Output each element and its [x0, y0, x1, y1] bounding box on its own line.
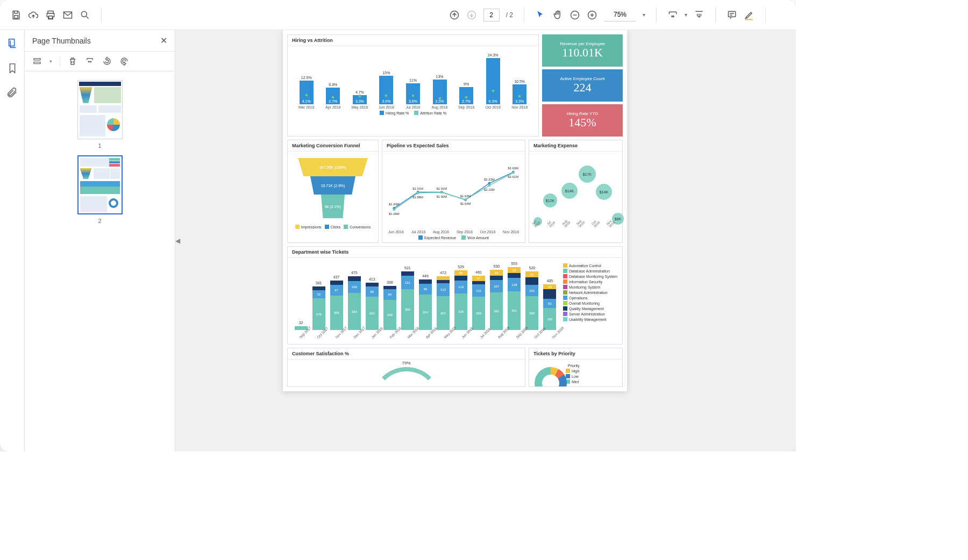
- svg-point-25: [393, 209, 395, 211]
- svg-rect-2: [49, 16, 53, 18]
- bookmarks-tab-icon[interactable]: [6, 62, 18, 74]
- legend-label: Clicks: [331, 225, 341, 229]
- hiring-card: Hiring vs Attrition 12.5% 4.1% 8.8% 2.7%…: [287, 34, 539, 137]
- svg-text:$2.63M: $2.63M: [508, 167, 518, 170]
- donut-chart: [535, 367, 567, 386]
- marketing-title: Marketing Expense: [529, 140, 622, 152]
- fit-width-icon[interactable]: [667, 10, 678, 20]
- legend-label: Conversions: [350, 225, 371, 229]
- rotate-ccw-icon[interactable]: [102, 56, 112, 66]
- app-window: / 2 ▾ ▾: [0, 0, 796, 451]
- comment-icon[interactable]: [727, 10, 737, 20]
- collapse-panel-icon[interactable]: ◀: [175, 237, 180, 245]
- organize-icon[interactable]: [85, 56, 95, 66]
- zoom-caret-icon[interactable]: ▾: [643, 12, 645, 18]
- kpi-revenue: Revenue per Employee 110.01K: [542, 34, 623, 67]
- close-icon[interactable]: ✕: [160, 35, 167, 46]
- thumbnails-tab-icon[interactable]: [6, 38, 18, 49]
- svg-rect-9: [728, 11, 735, 17]
- svg-point-31: [464, 198, 467, 201]
- thumbnail-page-1[interactable]: 1: [77, 80, 123, 149]
- svg-rect-11: [34, 59, 40, 60]
- sat-card: Customer Satisfaction % 79%: [287, 348, 525, 387]
- pan-tool-icon[interactable]: [552, 10, 563, 20]
- sat-value: 79%: [402, 361, 410, 365]
- funnel-card: Marketing Conversion Funnel 367.20K (100…: [287, 140, 379, 243]
- pipeline-card: Pipeline vs Expected Sales $1.33M$1.91M$…: [382, 140, 525, 243]
- kpi-value: 145%: [568, 116, 596, 129]
- funnel-title: Marketing Conversion Funnel: [288, 140, 378, 152]
- select-tool-icon[interactable]: [535, 10, 546, 20]
- zoom-in-icon[interactable]: [587, 10, 597, 20]
- side-rail: [0, 30, 25, 451]
- rotate-cw-icon[interactable]: [119, 56, 129, 66]
- svg-text:$2.15M: $2.15M: [484, 188, 495, 191]
- kpi-column: Revenue per Employee 110.01K Active Empl…: [542, 34, 623, 137]
- zoom-out-icon[interactable]: [570, 10, 580, 20]
- kpi-value: 224: [574, 81, 592, 94]
- thumbnail-panel-title: Page Thumbnails: [32, 37, 91, 45]
- next-page-icon: [466, 10, 477, 20]
- legend-label: Hiring Rate %: [386, 111, 409, 115]
- thumb-options-icon[interactable]: [32, 56, 42, 66]
- main: Page Thumbnails ✕ ▾: [0, 30, 796, 451]
- legend-label: Attrition Rate %: [420, 111, 446, 115]
- svg-point-33: [488, 184, 490, 187]
- svg-text:$2.61M: $2.61M: [508, 175, 518, 178]
- dept-title: Department wise Tickets: [288, 247, 622, 258]
- sat-title: Customer Satisfaction %: [288, 348, 525, 360]
- svg-point-29: [440, 191, 443, 194]
- hiring-title: Hiring vs Attrition: [288, 35, 538, 46]
- svg-point-35: [512, 171, 515, 174]
- kpi-count: Active Employee Count 224: [542, 69, 623, 102]
- fit-page-icon[interactable]: [694, 10, 704, 20]
- thumbnail-panel: Page Thumbnails ✕ ▾: [25, 30, 175, 451]
- svg-text:$1.64M: $1.64M: [460, 202, 471, 205]
- upload-cloud-icon[interactable]: [28, 10, 39, 20]
- svg-text:$1.28M: $1.28M: [389, 212, 400, 216]
- svg-rect-12: [34, 62, 40, 64]
- legend-label: Won Amount: [467, 236, 489, 240]
- svg-point-27: [417, 192, 419, 195]
- svg-text:$1.63M: $1.63M: [460, 195, 471, 198]
- svg-text:$1.91M: $1.91M: [412, 187, 423, 190]
- svg-text:$1.90M: $1.90M: [436, 195, 447, 198]
- kpi-value: 110.01K: [562, 46, 603, 59]
- zoom-input[interactable]: [604, 9, 636, 21]
- delete-icon[interactable]: [68, 56, 77, 66]
- viewport[interactable]: ◀ Hiring vs Attrition 12.5% 4.1% 8.8% 2.…: [175, 30, 796, 451]
- svg-text:$1.91M: $1.91M: [436, 187, 447, 190]
- svg-rect-0: [15, 15, 18, 18]
- pipeline-title: Pipeline vs Expected Sales: [382, 140, 525, 152]
- svg-text:$1.33M: $1.33M: [389, 203, 400, 206]
- fit-caret-icon[interactable]: ▾: [685, 12, 687, 18]
- page-total: / 2: [506, 11, 513, 19]
- thumbnail-page-2[interactable]: 2: [77, 155, 123, 224]
- legend-label: Impressions: [301, 225, 322, 229]
- priority-card: Tickets by Priority PriorityHighLowMed: [529, 348, 623, 387]
- email-icon[interactable]: [62, 10, 73, 20]
- thumb-num: 2: [98, 218, 101, 224]
- svg-text:$1.88M: $1.88M: [412, 196, 423, 199]
- kpi-hiring: Hiring Rate YTD 145%: [542, 104, 623, 137]
- svg-rect-10: [9, 39, 14, 46]
- priority-title: Tickets by Priority: [529, 348, 622, 360]
- marketing-card: Marketing Expense $12K$14K$17K$14K$8K Ju…: [529, 140, 623, 243]
- priority-legend-title: Priority: [566, 364, 579, 368]
- print-icon[interactable]: [45, 10, 56, 20]
- search-icon[interactable]: [80, 10, 90, 20]
- svg-point-4: [81, 11, 87, 17]
- highlight-icon[interactable]: [744, 10, 755, 20]
- svg-text:$2.23M: $2.23M: [484, 178, 495, 181]
- save-icon[interactable]: [11, 10, 22, 20]
- page-input[interactable]: [483, 9, 500, 21]
- thumb-num: 1: [98, 142, 101, 149]
- attachments-tab-icon[interactable]: [6, 87, 18, 99]
- legend-label: Expected Revenue: [424, 236, 456, 240]
- toolbar: / 2 ▾ ▾: [0, 0, 796, 30]
- thumbnail-list: 1 2: [25, 71, 175, 451]
- page-canvas: Hiring vs Attrition 12.5% 4.1% 8.8% 2.7%…: [283, 30, 627, 391]
- dept-card: Department wise Tickets 3238127970437303…: [287, 246, 623, 344]
- prev-page-icon[interactable]: [449, 10, 460, 20]
